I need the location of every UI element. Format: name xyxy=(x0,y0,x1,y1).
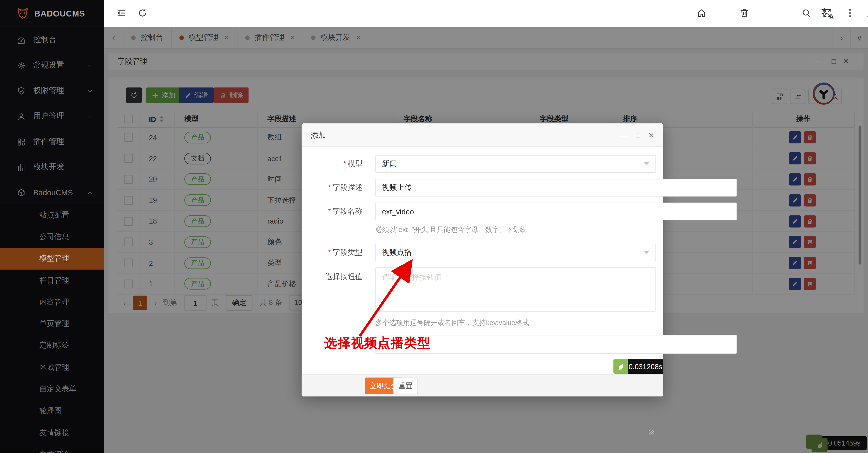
submenu-item-内容管理[interactable]: 内容管理 xyxy=(0,291,104,313)
chevron-down-icon xyxy=(87,62,93,68)
sidebar-item-label: 控制台 xyxy=(33,35,57,45)
sidebar-item-常规设置[interactable]: 常规设置 xyxy=(0,53,104,78)
field-name-help: 必须以"ext_"开头,且只能包含字母、数字、下划线 xyxy=(375,225,527,235)
modal-minimize-icon[interactable]: — xyxy=(620,131,627,139)
sidebar-item-label: 常规设置 xyxy=(33,60,64,70)
submenu-item-栏目管理[interactable]: 栏目管理 xyxy=(0,269,104,291)
add-field-modal: 添加 — □ ✕ 模型 新闻 字段描述 字段名称 必须以"ext_"开头,且只能… xyxy=(302,123,663,396)
chevron-down-icon xyxy=(87,88,93,94)
red-arrow-annotation xyxy=(353,258,418,341)
submenu-item-区域管理[interactable]: 区域管理 xyxy=(0,357,104,378)
sidebar: BADOUCMS 控制台常规设置权限管理用户管理插件管理模块开发BadouCMS… xyxy=(0,0,104,453)
modal-footer: 立即提交 重置 xyxy=(302,374,663,396)
request-time-badge: 0.031208s xyxy=(628,359,663,374)
sidebar-item-权限管理[interactable]: 权限管理 xyxy=(0,78,104,103)
submenu-item-轮播图[interactable]: 轮播图 xyxy=(0,400,104,422)
refresh-icon[interactable] xyxy=(137,8,148,18)
sidebar-submenu: 站点配置公司信息模型管理栏目管理内容管理单页管理定制标签区域管理自定义表单轮播图… xyxy=(0,204,104,453)
sidebar-item-label: 权限管理 xyxy=(33,86,64,96)
fox-logo-icon xyxy=(16,6,29,20)
chevron-down-icon xyxy=(644,162,649,166)
field-desc-label: 字段描述 xyxy=(291,179,363,197)
modal-title: 添加 xyxy=(311,123,326,147)
field-name-input[interactable] xyxy=(375,203,737,220)
chevron-down-icon xyxy=(644,251,649,254)
modal-header[interactable]: 添加 — □ ✕ xyxy=(302,123,663,147)
shield-icon xyxy=(17,86,26,96)
top-header: 文A Admin xyxy=(104,0,868,27)
logo[interactable]: BADOUCMS xyxy=(0,0,104,27)
app-window: BADOUCMS 控制台常规设置权限管理用户管理插件管理模块开发BadouCMS… xyxy=(0,0,868,453)
sidebar-item-用户管理[interactable]: 用户管理 xyxy=(0,103,104,129)
sidebar-item-label: BadouCMS xyxy=(33,188,73,197)
chevron-down-icon xyxy=(87,113,93,119)
submenu-item-友情链接[interactable]: 友情链接 xyxy=(0,422,104,444)
sidebar-item-插件管理[interactable]: 插件管理 xyxy=(0,129,104,155)
search-icon[interactable] xyxy=(801,8,812,18)
field-name-label: 字段名称 xyxy=(291,203,363,220)
model-label: 模型 xyxy=(291,155,363,173)
dashboard-icon xyxy=(17,35,26,45)
sidebar-item-label: 插件管理 xyxy=(33,137,64,147)
modal-close-icon[interactable]: ✕ xyxy=(648,131,654,139)
trash-icon[interactable] xyxy=(739,8,749,18)
field-desc-input[interactable] xyxy=(375,179,737,197)
sidebar-item-label: 用户管理 xyxy=(33,111,64,121)
fullscreen-icon[interactable] xyxy=(822,8,833,18)
submenu-item-单页管理[interactable]: 单页管理 xyxy=(0,313,104,335)
modal-maximize-icon[interactable]: □ xyxy=(636,131,640,139)
collapse-sidebar-icon[interactable] xyxy=(116,8,127,18)
sidebar-item-控制台[interactable]: 控制台 xyxy=(0,27,104,53)
submenu-item-站点配置[interactable]: 站点配置 xyxy=(0,204,104,226)
field-type-label: 字段类型 xyxy=(291,244,363,261)
plugin-icon xyxy=(17,137,26,147)
home-icon[interactable] xyxy=(696,8,707,18)
thinkphp-leaf-icon xyxy=(613,359,628,374)
user-icon xyxy=(17,112,26,121)
submenu-item-定制标签[interactable]: 定制标签 xyxy=(0,335,104,357)
logo-text: BADOUCMS xyxy=(34,8,85,18)
sidebar-item-模块开发[interactable]: 模块开发 xyxy=(0,154,104,180)
options-label: 选择按钮值 xyxy=(291,267,363,286)
model-select[interactable]: 新闻 xyxy=(375,155,656,173)
textarea-resize-handle[interactable] xyxy=(649,429,654,434)
submenu-item-模型管理[interactable]: 模型管理 xyxy=(0,248,104,269)
submenu-item-自定义表单[interactable]: 自定义表单 xyxy=(0,379,104,400)
sidebar-item-BadouCMS[interactable]: BadouCMS xyxy=(0,180,104,206)
reset-button[interactable]: 重置 xyxy=(393,378,418,394)
sidebar-menu: 控制台常规设置权限管理用户管理插件管理模块开发BadouCMS xyxy=(0,27,104,206)
module-icon xyxy=(17,162,26,172)
user-icon[interactable] xyxy=(866,8,868,18)
gear-icon xyxy=(17,61,26,70)
sidebar-item-label: 模块开发 xyxy=(33,162,64,172)
submenu-item-文章评论[interactable]: 文章评论 xyxy=(0,444,104,453)
more-menu-icon[interactable] xyxy=(845,8,855,18)
cube-icon xyxy=(17,188,26,197)
chevron-up-icon xyxy=(87,190,93,196)
submenu-item-公司信息[interactable]: 公司信息 xyxy=(0,226,104,248)
